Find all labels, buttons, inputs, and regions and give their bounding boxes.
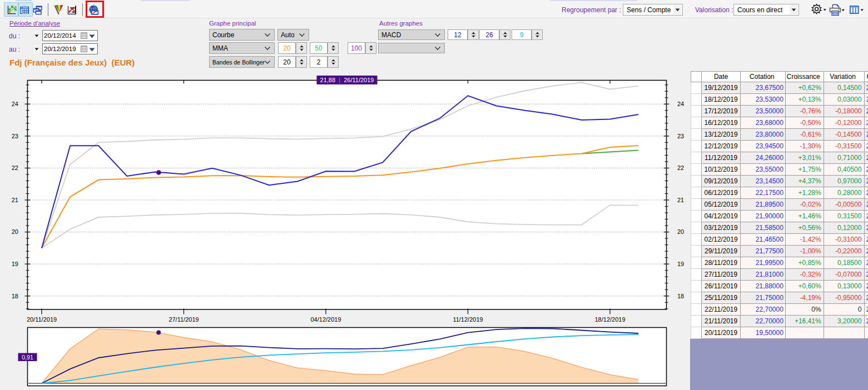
svg-text:20/11/2019: 20/11/2019 — [27, 316, 57, 323]
svg-text:0,91: 0,91 — [22, 354, 33, 361]
svg-text:19: 19 — [12, 261, 18, 267]
svg-text:23: 23 — [12, 133, 18, 139]
svg-text:19: 19 — [677, 261, 684, 267]
svg-text:20: 20 — [12, 228, 18, 235]
svg-text:11/12/2019: 11/12/2019 — [453, 316, 483, 323]
svg-text:24: 24 — [12, 101, 18, 107]
svg-text:21: 21 — [677, 197, 684, 203]
svg-text:27/11/2019: 27/11/2019 — [168, 316, 199, 323]
svg-text:18: 18 — [677, 293, 684, 299]
svg-text:21,88 | 26/11/2019: 21,88 | 26/11/2019 — [320, 77, 374, 83]
svg-text:22: 22 — [12, 164, 18, 171]
svg-text:18/12/2019: 18/12/2019 — [594, 316, 625, 323]
svg-text:04/12/2019: 04/12/2019 — [310, 316, 341, 323]
svg-text:18: 18 — [12, 293, 18, 299]
svg-text:20: 20 — [677, 228, 684, 235]
svg-text:21: 21 — [12, 197, 18, 203]
svg-text:23: 23 — [677, 133, 684, 139]
svg-text:22: 22 — [677, 164, 684, 171]
svg-text:24: 24 — [677, 101, 684, 107]
